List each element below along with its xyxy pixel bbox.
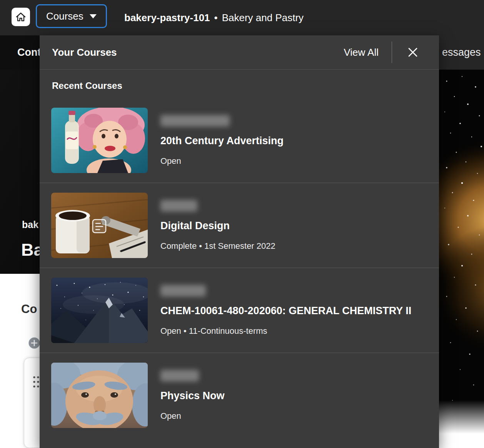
course-title: Digital Design [160, 220, 275, 232]
home-icon [15, 11, 27, 23]
close-button[interactable] [404, 44, 421, 61]
panel-title: Your Courses [52, 47, 344, 58]
course-meta: CHEM-10061-480-202060: GENERAL CHEMISTRY… [160, 285, 411, 336]
course-id-redacted [160, 370, 199, 381]
course-thumbnail [51, 193, 148, 258]
breadcrumb: bakery-pastry-101 • Bakery and Pastry [124, 0, 304, 35]
tab-content[interactable]: Cont [17, 35, 41, 70]
course-title: Physics Now [160, 390, 225, 402]
course-image-chemistry [51, 278, 148, 343]
course-title: CHEM-10061-480-202060: GENERAL CHEMISTRY… [160, 305, 411, 317]
tab-bar-right-segment: essages [439, 35, 484, 70]
course-status: Open [160, 156, 284, 166]
tab-messages[interactable]: essages [442, 35, 481, 70]
course-thumbnail [51, 363, 148, 428]
course-id-redacted [160, 200, 197, 212]
course-row-digital-design[interactable]: Digital Design Complete • 1st Semester 2… [40, 183, 439, 268]
content-section-heading: Co [21, 302, 37, 316]
course-meta: Physics Now Open [160, 370, 225, 421]
view-all-link[interactable]: View All [344, 47, 379, 58]
drag-handle[interactable] [33, 376, 40, 389]
banner-pastry-image [439, 70, 484, 434]
course-title: 20th Century Advertising [160, 135, 284, 147]
course-image-physics [51, 363, 148, 428]
courses-menu-button[interactable]: Courses [36, 4, 107, 28]
course-meta: Digital Design Complete • 1st Semester 2… [160, 200, 275, 251]
top-navigation-bar: Courses bakery-pastry-101 • Bakery and P… [0, 0, 484, 35]
course-id-redacted [160, 285, 206, 296]
course-status: Complete • 1st Semester 2022 [160, 241, 275, 251]
breadcrumb-separator: • [214, 12, 218, 24]
course-meta: 20th Century Advertising Open [160, 115, 284, 166]
course-image-digital-design [51, 193, 148, 258]
course-row-advertising[interactable]: 20th Century Advertising Open [40, 98, 439, 183]
course-row-physics[interactable]: Physics Now Open [40, 353, 439, 438]
banner-course-id: bak [22, 219, 38, 230]
courses-dropdown-panel: Your Courses View All Recent Courses [40, 35, 439, 448]
course-status: Open [160, 411, 225, 421]
add-content-button[interactable] [28, 337, 40, 349]
course-row-chemistry[interactable]: CHEM-10061-480-202060: GENERAL CHEMISTRY… [40, 268, 439, 353]
plus-icon [28, 337, 40, 349]
header-divider [392, 42, 392, 63]
recent-courses-heading: Recent Courses [40, 70, 439, 98]
breadcrumb-course-id: bakery-pastry-101 [124, 12, 210, 24]
courses-menu-label: Courses [46, 10, 83, 22]
caret-down-icon [90, 14, 97, 18]
breadcrumb-course-name: Bakery and Pastry [222, 12, 304, 24]
course-id-redacted [160, 115, 230, 127]
course-thumbnail [51, 278, 148, 343]
drag-handle-icon [33, 376, 40, 388]
page: Cont essages bak Ba Co [0, 0, 484, 448]
course-thumbnail [51, 108, 148, 173]
home-button[interactable] [12, 8, 30, 26]
course-status: Open • 11-Continuous-terms [160, 326, 411, 336]
panel-header: Your Courses View All [40, 35, 439, 70]
close-icon [407, 46, 419, 58]
course-image-advertising [51, 108, 148, 173]
